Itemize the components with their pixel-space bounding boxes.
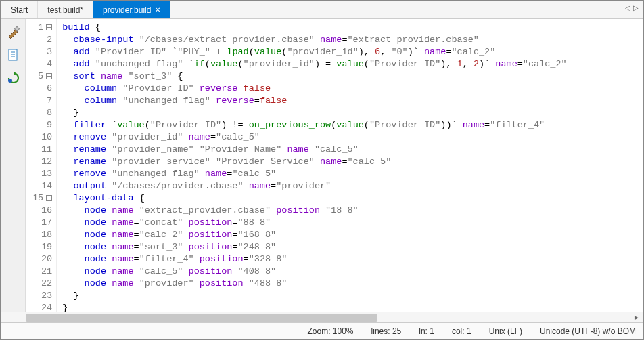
code-area[interactable]: build { cbase-input "/cbases/extract_pro… xyxy=(57,19,572,312)
code-line[interactable]: column "Provider ID" reverse=false xyxy=(62,83,566,95)
code-line[interactable]: column "unchanged flag" reverse=false xyxy=(62,95,566,107)
code-line[interactable]: output "/cbases/provider.cbase" name="pr… xyxy=(62,180,566,192)
tab-prev-icon[interactable]: ◁ xyxy=(625,4,630,12)
line-number: 18 xyxy=(32,229,52,241)
line-number: 8 xyxy=(32,107,52,119)
fold-icon[interactable] xyxy=(46,73,52,79)
code-line[interactable]: add "Provider ID" `"PHY_" + lpad(value("… xyxy=(62,46,566,58)
build-tool-icon[interactable] xyxy=(5,23,22,41)
code-line[interactable]: node name="concat" position="88 8" xyxy=(62,217,566,229)
line-number: 10 xyxy=(32,131,52,144)
code-line[interactable]: node name="calc_5" position="408 8" xyxy=(62,265,566,278)
line-number: 17 xyxy=(32,217,52,229)
code-line[interactable]: node name="provider" position="488 8" xyxy=(62,278,566,290)
line-number: 14 xyxy=(32,180,52,192)
code-line[interactable]: node name="extract_provider.cbase" posit… xyxy=(62,205,566,217)
code-line[interactable]: sort name="sort_3" { xyxy=(62,70,566,83)
line-number: 9 xyxy=(32,119,52,131)
fold-icon[interactable] xyxy=(46,24,52,30)
status-lines: lines: 25 xyxy=(371,326,402,336)
status-eol[interactable]: Unix (LF) xyxy=(489,326,522,336)
line-number: 1 xyxy=(32,22,52,34)
status-zoom[interactable]: Zoom: 100% xyxy=(308,326,354,336)
code-line[interactable]: } xyxy=(62,302,566,312)
tab-bar: Start test.build* provider.build ✕ ◁ ▷ xyxy=(1,1,643,19)
line-number: 11 xyxy=(32,144,52,156)
tab-next-icon[interactable]: ▷ xyxy=(633,4,639,12)
code-line[interactable]: rename "provider_service" "Provider Serv… xyxy=(62,156,566,168)
line-number: 7 xyxy=(32,95,52,107)
code-line[interactable]: remove "unchanged flag" name="calc_5" xyxy=(62,168,566,180)
code-line[interactable]: build { xyxy=(62,22,566,34)
tool-sidebar xyxy=(1,19,26,312)
line-number: 13 xyxy=(32,168,52,180)
close-icon[interactable]: ✕ xyxy=(155,6,160,14)
svg-point-6 xyxy=(8,79,12,83)
document-tool-icon[interactable] xyxy=(5,46,22,64)
tab-label: provider.build xyxy=(103,5,151,15)
line-number: 4 xyxy=(32,58,52,70)
line-number: 22 xyxy=(32,278,52,290)
line-number: 24 xyxy=(32,302,52,312)
tab-provider-build[interactable]: provider.build ✕ xyxy=(93,1,170,18)
code-line[interactable]: node name="filter_4" position="328 8" xyxy=(62,253,566,265)
scroll-right-icon[interactable]: ► xyxy=(632,313,641,322)
code-line[interactable]: } xyxy=(62,107,566,119)
tab-label: test.build* xyxy=(47,5,83,15)
line-number: 16 xyxy=(32,205,52,217)
svg-rect-1 xyxy=(9,49,17,60)
horizontal-scrollbar[interactable]: ◄ ► xyxy=(1,312,643,322)
code-line[interactable]: } xyxy=(62,290,566,302)
refresh-tool-icon[interactable] xyxy=(5,69,22,87)
line-number: 23 xyxy=(32,290,52,302)
code-line[interactable]: remove "provider_id" name="calc_5" xyxy=(62,131,566,144)
status-col: col: 1 xyxy=(452,326,472,336)
line-number: 6 xyxy=(32,83,52,95)
status-encoding[interactable]: Unicode (UTF-8) w/o BOM xyxy=(540,326,636,336)
status-bar: Zoom: 100% lines: 25 ln: 1 col: 1 Unix (… xyxy=(1,322,643,339)
line-number: 21 xyxy=(32,265,52,278)
status-ln: ln: 1 xyxy=(419,326,434,336)
tab-start[interactable]: Start xyxy=(1,1,38,18)
code-line[interactable]: filter `value("Provider ID") != on_previ… xyxy=(62,119,566,131)
line-number: 15 xyxy=(32,192,52,205)
line-number: 20 xyxy=(32,253,52,265)
code-line[interactable]: add "unchanged flag" `if(value("provider… xyxy=(62,58,566,70)
code-line[interactable]: cbase-input "/cbases/extract_provider.cb… xyxy=(62,34,566,46)
line-number: 19 xyxy=(32,241,52,253)
code-line[interactable]: node name="calc_2" position="168 8" xyxy=(62,229,566,241)
line-number: 5 xyxy=(32,70,52,83)
fold-icon[interactable] xyxy=(46,195,52,201)
code-line[interactable]: layout-data { xyxy=(62,192,566,205)
line-number: 2 xyxy=(32,34,52,46)
code-line[interactable]: node name="sort_3" position="248 8" xyxy=(62,241,566,253)
code-editor[interactable]: 1234567891011121314151617181920212223242… xyxy=(26,19,643,312)
code-line[interactable]: rename "provider_name" "Provider Name" n… xyxy=(62,144,566,156)
line-number: 3 xyxy=(32,46,52,58)
line-number: 12 xyxy=(32,156,52,168)
tab-test-build[interactable]: test.build* xyxy=(38,1,93,18)
scroll-thumb[interactable] xyxy=(26,314,377,322)
line-gutter: 1234567891011121314151617181920212223242… xyxy=(26,19,57,312)
tab-label: Start xyxy=(11,5,28,15)
